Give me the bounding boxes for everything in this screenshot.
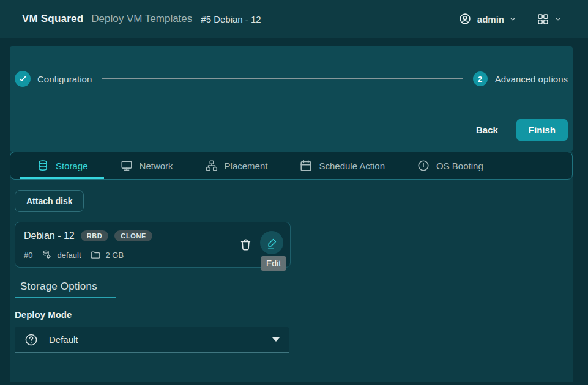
datastore-icon <box>41 249 52 260</box>
tab-label: Placement <box>225 161 268 171</box>
tab-label: OS Booting <box>436 161 483 171</box>
template-context: #5 Debian - 12 <box>201 14 261 24</box>
power-icon <box>417 159 430 172</box>
disk-size: 2 GB <box>106 251 124 260</box>
disk-name: Debian - 12 <box>24 230 75 241</box>
attach-disk-button[interactable]: Attach disk <box>15 190 84 212</box>
deploy-mode-select[interactable]: Default <box>15 327 289 353</box>
tab-os-booting[interactable]: OS Booting <box>401 152 499 179</box>
deploy-mode-value: Default <box>49 334 78 345</box>
disk-badge-rbd: RBD <box>81 230 109 241</box>
wizard-actions: Back Finish <box>467 119 568 141</box>
user-avatar-icon <box>458 12 472 26</box>
user-menu[interactable]: admin <box>458 12 517 26</box>
topbar: VM Squared Deploy VM Templates #5 Debian… <box>0 0 588 38</box>
stepper-connector <box>102 78 463 79</box>
trash-icon <box>239 238 253 252</box>
caret-down-icon <box>272 337 280 342</box>
apps-grid-icon <box>537 13 549 26</box>
chevron-down-icon <box>508 15 517 23</box>
storage-options-title: Storage Options <box>20 280 97 293</box>
tab-network[interactable]: Network <box>104 152 189 179</box>
storage-options-underline <box>15 297 116 298</box>
disk-id: #0 <box>24 251 32 260</box>
disk-card: Debian - 12 RBD CLONE #0 default <box>15 222 291 268</box>
tab-placement[interactable]: Placement <box>189 152 284 179</box>
back-button[interactable]: Back <box>467 120 507 140</box>
finish-button[interactable]: Finish <box>516 119 568 141</box>
topbar-right: admin <box>458 12 562 26</box>
step-2-label: Advanced options <box>495 74 568 84</box>
app-brand: VM Squared <box>22 13 83 25</box>
step-1-label: Configuration <box>37 74 92 84</box>
tab-schedule-action[interactable]: Schedule Action <box>283 152 401 179</box>
step-2-indicator[interactable]: 2 <box>473 72 488 86</box>
tab-label: Storage <box>56 161 88 171</box>
disk-title-row: Debian - 12 RBD CLONE <box>24 230 152 241</box>
stepper: Configuration 2 Advanced options <box>15 71 568 87</box>
apps-menu[interactable] <box>537 13 562 26</box>
disk-meta-row: #0 default 2 GB <box>24 249 124 260</box>
user-name: admin <box>477 14 504 24</box>
advanced-options-content: Storage Network Placement <box>10 152 573 382</box>
page-title: Deploy VM Templates <box>91 13 192 25</box>
sitemap-icon <box>205 159 218 172</box>
chevron-down-icon <box>554 15 562 23</box>
database-icon <box>36 159 50 172</box>
tabbar: Storage Network Placement <box>10 152 573 180</box>
tab-storage[interactable]: Storage <box>20 152 104 179</box>
help-circle-icon <box>24 332 39 347</box>
tab-label: Network <box>140 161 173 171</box>
edit-tooltip: Edit <box>261 256 286 271</box>
wizard-panel: Configuration 2 Advanced options Back Fi… <box>10 46 573 152</box>
edit-disk-button[interactable] <box>260 231 283 254</box>
deploy-mode-label: Deploy Mode <box>15 309 72 320</box>
pencil-icon <box>266 237 278 249</box>
folder-icon <box>90 249 101 260</box>
datastore-name: default <box>57 251 81 260</box>
detach-disk-button[interactable] <box>239 238 253 252</box>
tab-label: Schedule Action <box>319 161 385 171</box>
step-1-completed-indicator[interactable] <box>15 71 31 87</box>
disk-badge-clone: CLONE <box>114 230 152 241</box>
monitor-icon <box>120 159 133 172</box>
check-icon <box>18 74 28 84</box>
calendar-icon <box>299 159 313 172</box>
